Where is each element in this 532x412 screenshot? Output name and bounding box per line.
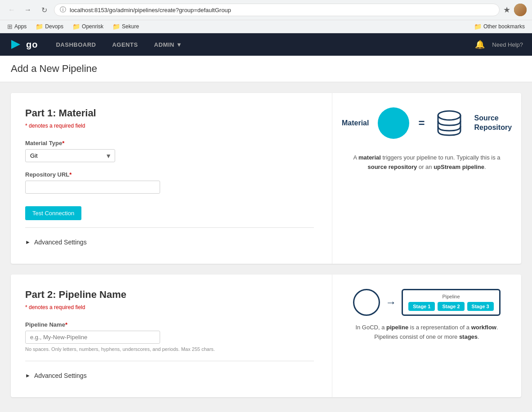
part2-inner: Part 2: Pipeline Name * denotes a requir…: [11, 275, 521, 397]
svg-marker-0: [11, 40, 20, 49]
material-type-label: Material Type*: [25, 140, 314, 146]
folder-icon-other: 📁: [474, 23, 482, 30]
need-help-link[interactable]: Need Help?: [492, 41, 523, 48]
address-bar[interactable]: ⓘ localhost:8153/go/admin/pipelines/crea…: [54, 4, 500, 16]
app-header: go DASHBOARD AGENTS ADMIN ▼ 🔔 Need Help?: [0, 33, 532, 56]
apps-grid-icon: ⊞: [7, 23, 13, 30]
part1-card: Part 1: Material * denotes a required fi…: [11, 93, 521, 264]
go-logo-icon: [9, 38, 22, 51]
repository-text: Repository: [474, 123, 512, 133]
logo-text: go: [26, 40, 38, 50]
browser-toolbar: ← → ↻ ⓘ localhost:8153/go/admin/pipeline…: [0, 0, 532, 20]
page-title-bar: Add a New Pipeline: [0, 56, 532, 82]
material-type-select[interactable]: Git Subversion Mercurial Perforce TFS An…: [25, 149, 115, 162]
notifications-bell-icon[interactable]: 🔔: [475, 40, 485, 49]
bookmark-devops[interactable]: 📁 Devops: [34, 22, 65, 31]
part1-right: Material = Source Repository: [332, 93, 521, 264]
forward-button[interactable]: →: [22, 4, 34, 16]
main-nav: DASHBOARD AGENTS ADMIN ▼: [49, 38, 189, 52]
part1-advanced-settings-label: Advanced Settings: [34, 239, 87, 246]
stage-buttons: Stage 1 Stage 2 Stage 3: [408, 302, 493, 311]
part1-title: Part 1: Material: [25, 107, 314, 119]
folder-icon-sekure: 📁: [112, 23, 120, 30]
part2-title: Part 2: Pipeline Name: [25, 289, 314, 301]
browser-chrome: ← → ↻ ⓘ localhost:8153/go/admin/pipeline…: [0, 0, 532, 33]
pipeline-name-group: Pipeline Name* No spaces. Only letters, …: [25, 321, 314, 352]
address-text: localhost:8153/go/admin/pipelines/create…: [70, 7, 494, 13]
repo-url-label: Repository URL*: [25, 171, 314, 178]
profile-avatar[interactable]: [514, 4, 527, 16]
repo-url-input[interactable]: [25, 181, 160, 194]
material-equals-diagram: Material = Source Repository: [342, 107, 512, 139]
part2-right: → Pipeline Stage 1 Stage 2 Stage 3 In Go…: [332, 275, 521, 397]
material-type-group: Material Type* Git Subversion Mercurial …: [25, 140, 314, 162]
stage1-btn: Stage 1: [408, 302, 435, 311]
equals-icon: =: [418, 117, 425, 129]
part1-advanced-settings-toggle[interactable]: ► Advanced Settings: [25, 235, 314, 249]
pipeline-input-circle: [353, 289, 380, 316]
pipeline-box-title: Pipeline: [408, 294, 493, 299]
pipeline-name-hint: No spaces. Only letters, numbers, hyphen…: [25, 346, 314, 352]
bookmark-openrisk[interactable]: 📁 Openrisk: [71, 22, 105, 31]
arrow-icon: →: [385, 296, 396, 309]
header-right: 🔔 Need Help?: [475, 40, 523, 49]
part1-inner: Part 1: Material * denotes a required fi…: [11, 93, 521, 264]
bookmark-apps-label: Apps: [14, 23, 27, 30]
reload-button[interactable]: ↻: [38, 4, 50, 16]
pipeline-name-label: Pipeline Name*: [25, 321, 314, 328]
other-bookmarks[interactable]: 📁 Other bookmarks: [472, 22, 527, 31]
database-icon: [434, 107, 465, 139]
material-circle-icon: [378, 107, 409, 139]
bookmark-sekure-label: Sekure: [122, 23, 139, 30]
bookmark-openrisk-label: Openrisk: [82, 23, 103, 30]
nav-admin[interactable]: ADMIN ▼: [147, 38, 189, 52]
bookmark-apps[interactable]: ⊞ Apps: [5, 22, 28, 31]
part1-diagram: Material = Source Repository: [342, 107, 512, 172]
bookmark-sekure[interactable]: 📁 Sekure: [111, 22, 141, 31]
other-bookmarks-label: Other bookmarks: [483, 23, 525, 30]
test-connection-button[interactable]: Test Connection: [25, 206, 81, 220]
part1-required-note: * denotes a required field: [25, 123, 314, 129]
part2-diagram-description: In GoCD, a pipeline is a representation …: [350, 323, 503, 342]
pipeline-flow-diagram: → Pipeline Stage 1 Stage 2 Stage 3: [353, 289, 500, 316]
material-type-select-wrapper: Git Subversion Mercurial Perforce TFS An…: [25, 149, 115, 162]
svg-point-1: [438, 111, 460, 120]
repo-url-group: Repository URL*: [25, 171, 314, 194]
part2-advanced-settings-toggle[interactable]: ► Advanced Settings: [25, 368, 314, 383]
part1-diagram-description: A material triggers your pipeline to run…: [350, 153, 503, 172]
part2-advanced-settings-label: Advanced Settings: [34, 372, 87, 379]
part2-left: Part 2: Pipeline Name * denotes a requir…: [11, 275, 332, 397]
main-content: Part 1: Material * denotes a required fi…: [0, 82, 532, 412]
info-icon: ⓘ: [60, 6, 66, 14]
part1-chevron-icon: ►: [25, 239, 31, 245]
part2-diagram: → Pipeline Stage 1 Stage 2 Stage 3 In Go…: [350, 289, 503, 342]
part2-chevron-icon: ►: [25, 372, 31, 379]
nav-admin-arrow-icon: ▼: [176, 41, 182, 48]
page-title: Add a New Pipeline: [11, 63, 521, 75]
part2-divider: [25, 361, 314, 361]
pipeline-box: Pipeline Stage 1 Stage 2 Stage 3: [402, 289, 500, 316]
nav-agents[interactable]: AGENTS: [105, 38, 145, 52]
folder-icon-openrisk: 📁: [72, 23, 80, 30]
part1-divider: [25, 227, 314, 228]
nav-dashboard[interactable]: DASHBOARD: [49, 38, 103, 52]
part1-left: Part 1: Material * denotes a required fi…: [11, 93, 332, 264]
material-diagram-label: Material: [342, 119, 369, 127]
part2-required-note: * denotes a required field: [25, 304, 314, 310]
bookmarks-bar: ⊞ Apps 📁 Devops 📁 Openrisk 📁 Sekure 📁 Ot…: [0, 20, 532, 33]
app-logo[interactable]: go: [9, 38, 38, 51]
source-text: Source: [474, 114, 498, 123]
source-repo-label: Source Repository: [474, 114, 512, 133]
back-button[interactable]: ←: [5, 4, 18, 16]
stage2-btn: Stage 2: [438, 302, 464, 311]
profile-image: [514, 4, 527, 16]
folder-icon-devops: 📁: [36, 23, 43, 30]
bookmark-devops-label: Devops: [45, 23, 63, 30]
nav-admin-label: ADMIN: [154, 41, 174, 48]
pipeline-name-input[interactable]: [25, 331, 160, 344]
stage3-btn: Stage 3: [467, 302, 494, 311]
part2-card: Part 2: Pipeline Name * denotes a requir…: [11, 275, 521, 397]
bookmark-star-icon[interactable]: ★: [503, 5, 510, 15]
